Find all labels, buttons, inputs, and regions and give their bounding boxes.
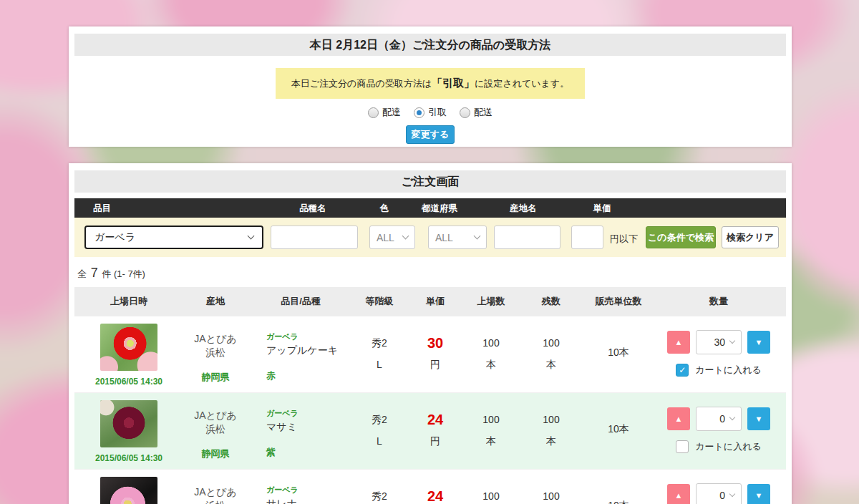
count-total: 7 — [89, 266, 100, 280]
source-name: JAとぴあ — [194, 332, 236, 346]
quantity-select[interactable]: 0 — [696, 483, 742, 504]
quantity-decrease-button[interactable]: ▼ — [747, 331, 770, 354]
search-button[interactable]: この条件で検索 — [646, 226, 716, 248]
listed-unit: 本 — [486, 430, 496, 452]
header-quantity: 数量 — [651, 295, 786, 308]
order-panel: ご注文画面 品目 品種名 色 都道府県 産地名 単価 ガーベラ ALL ALL … — [69, 163, 792, 504]
result-count: 全 7 件 (1- 7件) — [77, 266, 792, 281]
quantity-decrease-button[interactable]: ▼ — [747, 484, 770, 504]
radio-option-shipping[interactable]: 配送 — [460, 106, 492, 119]
item-select[interactable]: ガーベラ — [84, 226, 263, 249]
notice-method: 「引取」 — [432, 77, 475, 89]
prefecture-select[interactable]: ALL — [428, 226, 487, 249]
listing-datetime: 2015/06/05 14:30 — [95, 453, 162, 463]
check-icon: ✓ — [679, 365, 686, 375]
filter-label-source: 産地名 — [510, 203, 537, 215]
grade: 秀2 — [372, 332, 387, 354]
header-listed-qty: 上場数 — [465, 295, 517, 308]
sales-unit: 10本 — [608, 500, 629, 504]
listed-unit: 本 — [486, 354, 496, 375]
filter-label-color: 色 — [380, 203, 389, 215]
quantity-value: 0 — [719, 490, 725, 501]
item-name: ガーベラ — [266, 485, 299, 495]
variety-name: マサミ — [266, 421, 297, 434]
color-select[interactable]: ALL — [369, 226, 415, 249]
remaining-qty: 100 — [543, 485, 559, 504]
radio-icon[interactable] — [460, 107, 470, 118]
clear-search-button[interactable]: 検索クリア — [722, 226, 779, 248]
radio-selected-icon[interactable] — [414, 107, 424, 118]
remaining-qty: 100 — [543, 409, 559, 430]
radio-icon[interactable] — [368, 107, 379, 118]
quantity-increase-button[interactable]: ▲ — [667, 407, 690, 430]
sales-unit: 10本 — [608, 423, 629, 436]
source-name: 浜松 — [205, 346, 225, 359]
cart-checkbox[interactable]: ✓ — [676, 440, 689, 453]
chevron-down-icon — [729, 491, 735, 497]
color-name: 紫 — [266, 446, 276, 459]
quantity-increase-button[interactable]: ▲ — [667, 331, 690, 354]
header-sales-unit: 販売単位数 — [586, 295, 651, 308]
price-input[interactable] — [571, 226, 603, 249]
radio-option-pickup[interactable]: 引取 — [414, 106, 447, 119]
down-arrow-icon: ▼ — [755, 338, 763, 346]
filter-label-item: 品目 — [93, 203, 111, 215]
source-name: 浜松 — [205, 499, 225, 504]
remaining-qty: 100 — [543, 332, 559, 354]
listed-qty: 100 — [482, 409, 499, 430]
radio-label: 引取 — [428, 106, 447, 119]
red-gerbera-photo[interactable] — [100, 324, 157, 371]
chevron-down-icon — [729, 338, 735, 344]
quantity-select[interactable]: 0 — [696, 407, 742, 431]
remaining-unit: 本 — [546, 354, 556, 375]
grade-size: L — [377, 430, 382, 452]
header-listing-datetime: 上場日時 — [74, 295, 183, 308]
grade-size: L — [377, 354, 382, 375]
prefecture: 静岡県 — [202, 447, 230, 460]
up-arrow-icon: ▲ — [675, 415, 683, 423]
source-name: JAとぴあ — [194, 409, 236, 422]
quantity-decrease-button[interactable]: ▼ — [747, 407, 770, 430]
filter-label-price: 単価 — [593, 203, 611, 215]
quantity-increase-button[interactable]: ▲ — [667, 484, 690, 504]
prefecture-select-value: ALL — [435, 232, 453, 243]
notice-prefix: 本日ご注文分の商品の受取方法は — [291, 78, 432, 89]
filter-header-bar: 品目 品種名 色 都道府県 産地名 単価 — [74, 198, 786, 218]
radio-option-delivery[interactable]: 配達 — [368, 106, 401, 119]
variety-name: アップルケーキ — [266, 344, 338, 357]
cart-checkbox[interactable]: ✓ — [676, 364, 689, 377]
grade: 秀2 — [372, 485, 387, 504]
quantity-select[interactable]: 30 — [696, 330, 742, 354]
price-unit: 円 — [430, 354, 440, 375]
change-button[interactable]: 変更する — [406, 125, 455, 144]
chevron-down-icon — [248, 233, 255, 240]
header-remaining-qty: 残数 — [517, 295, 586, 308]
filter-label-prefecture: 都道府県 — [422, 203, 457, 215]
down-arrow-icon: ▼ — [755, 491, 763, 500]
count-suffix: 件 (1- 7件) — [102, 268, 145, 279]
price-unit-label: 円以下 — [610, 233, 638, 246]
pickup-notice: 本日ご注文分の商品の受取方法は「引取」に設定されています。 — [276, 68, 585, 99]
maroon-gerbera-photo[interactable] — [100, 400, 157, 447]
order-panel-title: ご注文画面 — [74, 170, 786, 193]
pink-gerbera-photo[interactable] — [100, 477, 157, 504]
item-select-value: ガーベラ — [94, 231, 135, 244]
table-row: 2015/06/05 14:30 JAとぴあ 浜松 静岡県 ガーベラ アップルケ… — [74, 316, 786, 392]
delivery-method-options: 配達 引取 配送 — [69, 106, 792, 119]
chevron-down-icon — [474, 233, 481, 240]
sales-unit: 10本 — [608, 346, 629, 359]
item-name: ガーベラ — [266, 331, 299, 342]
listed-qty: 100 — [482, 332, 499, 354]
chevron-down-icon — [402, 233, 409, 240]
color-name: 赤 — [266, 369, 276, 382]
table-row: JAとぴあ 浜松 ガーベラ サレナ 秀2 24 100 1 — [74, 469, 786, 504]
variety-input[interactable] — [271, 226, 358, 249]
up-arrow-icon: ▲ — [675, 338, 683, 346]
pickup-method-panel: 本日 2月12日（金）ご注文分の商品の受取方法 本日ご注文分の商品の受取方法は「… — [69, 26, 792, 147]
header-item-variety: 品目/品種 — [248, 295, 354, 308]
cart-checkbox-label: カートに入れる — [695, 440, 762, 453]
header-unit-price: 単価 — [405, 295, 465, 308]
unit-price: 24 — [427, 409, 443, 430]
source-input[interactable] — [494, 226, 560, 249]
chevron-down-icon — [729, 415, 735, 420]
